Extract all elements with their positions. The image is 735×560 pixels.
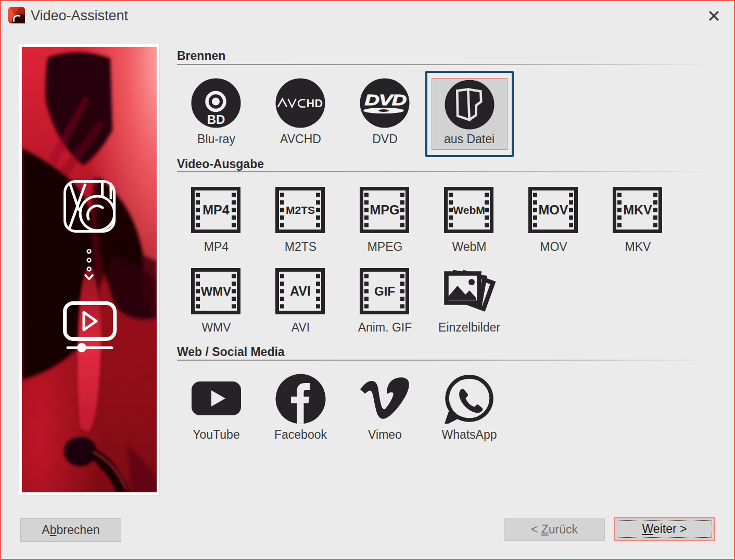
svg-text:WMV: WMV xyxy=(201,284,232,298)
svg-text:MKV: MKV xyxy=(623,202,652,217)
svg-text:MPG: MPG xyxy=(370,202,400,217)
svg-text:WebM: WebM xyxy=(453,204,485,216)
svg-text:DVD: DVD xyxy=(365,91,407,108)
svg-text:M2TS: M2TS xyxy=(286,204,315,216)
svg-text:MP4: MP4 xyxy=(202,202,230,217)
svg-text:BD: BD xyxy=(207,112,225,126)
svg-text:MOV: MOV xyxy=(539,202,568,217)
svg-text:HD: HD xyxy=(307,97,323,110)
svg-text:AVI: AVI xyxy=(290,284,311,298)
svg-text:GIF: GIF xyxy=(374,284,395,298)
